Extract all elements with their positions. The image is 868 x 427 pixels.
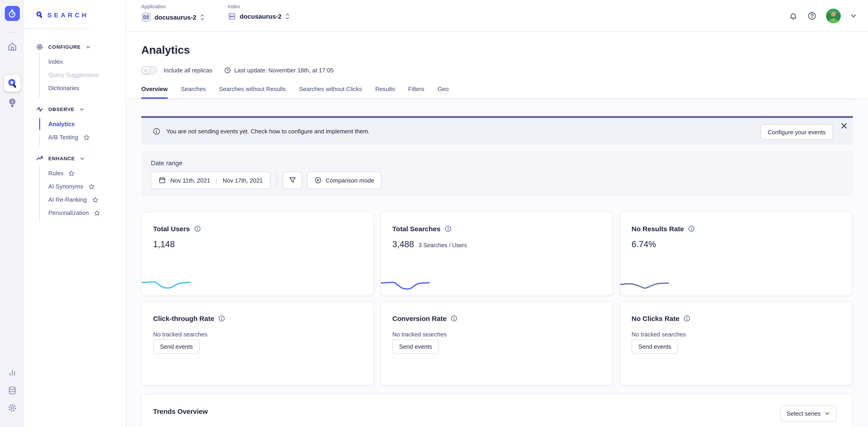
index-selector[interactable]: docusaurus-2 <box>228 12 290 21</box>
chevron-down-icon <box>80 107 85 112</box>
toggle-label: Include all replicas <box>163 67 212 74</box>
info-icon[interactable] <box>218 315 225 322</box>
empty-state-text: No tracked searches <box>631 331 686 338</box>
card-no-clicks-rate: No Clicks Rate No tracked searches Send … <box>620 301 852 386</box>
recommend-icon[interactable] <box>6 97 18 109</box>
send-events-button[interactable]: Send events <box>631 339 678 354</box>
main-area: Application D2 docusaurus-2 Index docusa… <box>126 0 868 427</box>
sidebar: SEARCH CONFIGURE Index Query Suggestions <box>24 0 126 427</box>
user-avatar[interactable] <box>826 8 841 23</box>
no-results-rate-sparkline <box>620 278 669 293</box>
sidebar-item-query-suggestions[interactable]: Query Suggestions <box>48 68 126 81</box>
tab-filters[interactable]: Filters <box>408 86 425 98</box>
tab-geo[interactable]: Geo <box>437 86 448 98</box>
tab-results[interactable]: Results <box>375 86 395 98</box>
card-click-through-rate: Click-through Rate No tracked searches S… <box>141 301 374 386</box>
tab-searches-without-clicks[interactable]: Searches without Clicks <box>299 86 362 98</box>
index-label: Index <box>228 4 290 9</box>
toggle-knob <box>142 67 149 74</box>
select-series-label: Select series <box>787 410 820 417</box>
star-icon <box>88 183 95 190</box>
analytics-rail-icon[interactable] <box>7 367 18 378</box>
application-selector-group: Application D2 docusaurus-2 <box>141 4 205 22</box>
send-events-button[interactable]: Send events <box>153 339 200 354</box>
comparison-mode-button[interactable]: Comparison mode <box>307 172 381 189</box>
banner-message: You are not sending events yet. Check ho… <box>153 118 370 145</box>
info-icon[interactable] <box>444 225 451 232</box>
tab-searches-without-results[interactable]: Searches without Results <box>219 86 286 98</box>
events-banner: You are not sending events yet. Check ho… <box>141 116 853 145</box>
card-no-results-rate: No Results Rate 6.74% <box>620 212 852 296</box>
sidebar-item-ai-synonyms[interactable]: AI Synonyms <box>48 180 126 193</box>
search-nav-active[interactable] <box>4 75 20 92</box>
sidebar-item-ab-testing[interactable]: A/B Testing <box>48 131 126 144</box>
date-separator: | <box>215 177 218 184</box>
application-value: docusaurus-2 <box>154 13 196 21</box>
empty-state-text: No tracked searches <box>153 331 207 338</box>
database-icon[interactable] <box>7 385 18 396</box>
account-chevron-down-icon[interactable] <box>850 12 857 19</box>
sidebar-item-rules[interactable]: Rules <box>48 167 126 180</box>
bell-icon[interactable] <box>789 11 798 20</box>
total-users-sparkline <box>142 278 190 293</box>
sidebar-item-analytics[interactable]: Analytics <box>48 118 126 131</box>
chevron-down-icon <box>825 411 830 416</box>
index-selector-group: Index docusaurus-2 <box>228 4 290 21</box>
help-icon[interactable] <box>807 11 816 20</box>
total-searches-sparkline <box>381 278 429 293</box>
tab-overview[interactable]: Overview <box>141 86 168 98</box>
page-title: Analytics <box>141 44 190 57</box>
comparison-label: Comparison mode <box>326 177 374 184</box>
sidebar-item-ai-re-ranking[interactable]: AI Re-Ranking <box>48 193 126 206</box>
configure-events-button[interactable]: Configure your events <box>761 124 833 140</box>
nav-section-observe: OBSERVE Analytics A/B Testing <box>36 106 126 146</box>
card-value: 3,488 <box>392 239 414 250</box>
last-update: Last update: November 18th, at 17:05 <box>224 67 334 74</box>
page-head: Analytics Include all replicas Last upda… <box>126 31 868 99</box>
sidebar-item-index[interactable]: Index <box>48 55 126 68</box>
info-icon[interactable] <box>688 225 695 232</box>
info-icon[interactable] <box>194 225 201 232</box>
stopwatch-icon <box>7 9 17 18</box>
info-icon <box>153 128 160 135</box>
topbar-actions <box>789 0 857 31</box>
chevron-down-icon <box>80 156 85 161</box>
include-replicas-toggle[interactable] <box>141 66 157 75</box>
star-icon <box>83 134 90 140</box>
sidebar-item-personalization[interactable]: Personalization <box>48 206 126 220</box>
brand-logo[interactable]: SEARCH <box>24 0 126 19</box>
app-logo-button[interactable] <box>5 6 20 21</box>
calendar-icon <box>159 177 166 184</box>
banner-close-icon[interactable] <box>840 122 847 129</box>
settings-gear-icon[interactable] <box>7 402 18 413</box>
nav-head-enhance[interactable]: ENHANCE <box>36 155 126 162</box>
star-icon <box>94 210 100 216</box>
chevron-down-icon <box>86 44 91 50</box>
send-events-button[interactable]: Send events <box>392 339 439 354</box>
home-icon[interactable] <box>6 41 18 53</box>
activity-icon <box>36 106 43 113</box>
funnel-icon <box>289 177 296 184</box>
controls-divider <box>277 173 277 187</box>
empty-state-text: No tracked searches <box>392 331 446 338</box>
info-icon[interactable] <box>451 315 458 322</box>
date-range-picker[interactable]: Nov 11th, 2021 | Nov 17th, 2021 <box>151 172 271 189</box>
card-title: Conversion Rate <box>392 315 446 322</box>
app-root: SEARCH CONFIGURE Index Query Suggestions <box>0 0 868 427</box>
card-value: 6.74% <box>631 239 656 250</box>
filter-funnel-button[interactable] <box>283 172 302 189</box>
nav-head-observe[interactable]: OBSERVE <box>36 106 126 113</box>
nav-head-configure[interactable]: CONFIGURE <box>36 43 126 51</box>
sidebar-item-dictionaries[interactable]: Dictionaries <box>48 81 126 95</box>
brand-text: SEARCH <box>48 11 89 19</box>
date-range-panel: Date range Nov 11th, 2021 | Nov 17th, 20… <box>141 151 853 196</box>
card-conversion-rate: Conversion Rate No tracked searches Send… <box>380 301 613 386</box>
info-icon[interactable] <box>683 315 690 322</box>
date-range-controls: Nov 11th, 2021 | Nov 17th, 2021 Comparis… <box>151 172 381 189</box>
nav-section-enhance: ENHANCE Rules AI Synonyms AI R <box>36 155 126 222</box>
star-icon <box>92 196 98 203</box>
search-logo-icon <box>35 11 43 19</box>
select-series-button[interactable]: Select series <box>780 405 837 422</box>
application-selector[interactable]: D2 docusaurus-2 <box>141 12 205 22</box>
tab-searches[interactable]: Searches <box>181 86 206 98</box>
